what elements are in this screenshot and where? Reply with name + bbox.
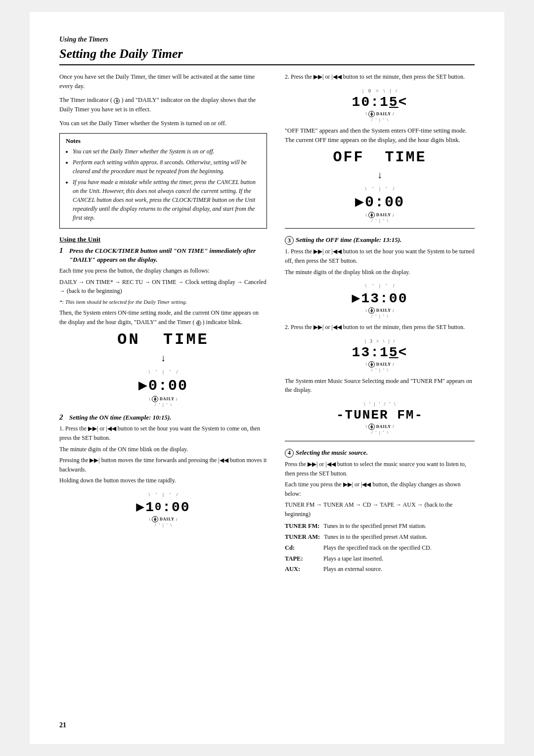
step-1-body1: Each time you press the button, the disp… [59,266,267,276]
step-2: 2 Setting the ON time (Example: 10:15). … [59,413,267,527]
step-1-num: 1 [59,246,67,255]
step-4-sequence: TUNER FM → TUNER AM → CD → TAPE → AUX → … [285,500,475,519]
page-title: Setting the Daily Timer [59,47,475,65]
step-2-body: 1. Press the ▶▶| or |◀◀ button to set th… [59,424,267,485]
def-tape: TAPE: Plays a tape last inserted. [285,554,475,564]
step-2-num: 2 [59,413,67,422]
arrow-down-1: ↓ [59,353,267,363]
def-cd-desc: Plays the specified track on the specifi… [323,543,475,553]
divider-1 [285,228,475,229]
intro-p1: Once you have set the Daily Timer, the t… [59,72,267,92]
step-2-sub1c: Pressing the ▶▶| button moves the time f… [59,456,267,474]
step-3-header: 3 Setting the OFF time (Example: 13:15). [285,236,475,245]
note-3: If you have made a mistake while setting… [73,178,261,222]
def-tuner-fm-term: TUNER FM: [285,521,319,531]
def-aux-term: AUX: [285,565,319,574]
step-3-num: 3 [285,236,294,245]
step-3: 3 Setting the OFF time (Example: 13:15).… [285,236,475,435]
step-4-body2: Each time you press the ▶▶| or |◀◀ butto… [285,480,475,498]
note-1: You can set the Daily Timer whether the … [73,147,261,156]
on-time-display-label: ON TIME [59,331,267,349]
def-aux: AUX: Plays an external source. [285,565,475,574]
arrow-down-2: ↓ [285,170,475,180]
step2-1015-display: |0>\|/ 10:15< \ ϕ DAILY / /'|'\ [285,86,475,122]
step-3-sub2-body: 2. Press the ▶▶| or |◀◀ button to set th… [285,323,475,332]
step-2-sub1b: The minute digits of the ON time blink o… [59,445,267,454]
step-1-body2: Then, the System enters ON-time setting … [59,308,267,327]
step-1-text: Press the CLOCK/TIMER button until "ON T… [69,246,267,264]
notes-list: You can set the Daily Timer whether the … [66,147,261,222]
def-tuner-fm: TUNER FM: Tunes in to the specified pres… [285,521,475,531]
step3-1300-display: \'|'/ ▶13:00 \ ϕ DAILY / /'|'\ [285,281,475,319]
def-tape-desc: Plays a tape last inserted. [323,554,475,564]
section-label: Using the Timers [59,36,475,44]
def-tuner-am-desc: Tunes in to the specified preset AM stat… [324,532,475,542]
right-column: 2. Press the ▶▶| or |◀◀ button to set th… [285,72,475,580]
step-2-text: Setting the ON time (Example: 10:15). [69,413,267,422]
step-1: 1 Press the CLOCK/TIMER button until "ON… [59,246,267,407]
def-tuner-fm-desc: Tunes in to the specified preset FM stat… [323,521,475,531]
step-3-sub2b: The System enter Music Source Selecting … [285,377,475,395]
def-tuner-am-term: TUNER AM: [285,532,320,542]
step-3-text: Setting the OFF time (Example: 13:15). [296,236,475,244]
step-1-footnote: *: This item should be selected for the … [59,298,267,306]
def-cd: Cd: Plays the specified track on the spe… [285,543,475,553]
left-column: Once you have set the Daily Timer, the t… [59,72,267,580]
step-1-header: 1 Press the CLOCK/TIMER button until "ON… [59,246,267,264]
intro-p2: The Timer indicator ( ϕ ) and "DAILY" in… [59,95,267,115]
step-1-body: Each time you press the button, the disp… [59,266,267,327]
using-unit-label: Using the Unit [59,236,267,243]
divider-2 [285,441,475,441]
page-number: 21 [59,721,66,729]
def-tuner-am: TUNER AM: Tunes in to the specified pres… [285,532,475,542]
step3-1315-display: |3>\|/ 13:15< \ ϕ DAILY / /'|'\ [285,336,475,373]
step-4: 4 Selecting the music source. Press the … [285,448,475,574]
page: Using the Timers Setting the Daily Timer… [30,12,504,744]
step2-right-body: 2. Press the ▶▶| or |◀◀ button to set th… [285,72,475,82]
step-2-header: 2 Setting the ON time (Example: 10:15). [59,413,267,422]
off-time-display-label: OFF TIME [285,149,475,166]
step-1-sequence: DAILY → ON TIME* → REC TU → ON TIME → Cl… [59,278,267,296]
def-tape-term: TAPE: [285,554,319,564]
step-2-sub1d: Holding down the button moves the time r… [59,476,267,485]
notes-box: Notes You can set the Daily Timer whethe… [59,133,267,229]
def-aux-desc: Plays an external source. [323,565,475,574]
step-4-num: 4 [285,449,294,458]
step-2-sub1: 1. Press the ▶▶| or |◀◀ button to set th… [59,424,267,442]
step-3-body: 1. Press the ▶▶| or |◀◀ button to set th… [285,247,475,277]
note-2: Perform each setting within approx. 8 se… [73,158,261,176]
step-4-body: Press the ▶▶| or |◀◀ button to select th… [285,460,475,574]
notes-title: Notes [66,138,261,145]
on-time-clock-display: \'|'/ ▶0:00 \ ϕ DAILY / /'|'\ [59,367,267,407]
step2-sub2: 2. Press the ▶▶| or |◀◀ button to set th… [285,72,475,82]
off-time-clock-display: \'|'/ ▶0:00 \ ϕ DAILY / /'|'\ [285,184,475,223]
intro-p3: You can set the Daily Timer whether the … [59,119,267,128]
step-4-body1: Press the ▶▶| or |◀◀ button to select th… [285,460,475,478]
step-4-header: 4 Selecting the music source. [285,448,475,458]
def-cd-term: Cd: [285,543,319,553]
step-3-sub2: 2. Press the ▶▶| or |◀◀ button to set th… [285,323,475,332]
step-3-sub1b: The minute digits of the display blink o… [285,268,475,277]
step-3-sub1: 1. Press the ▶▶| or |◀◀ button to set th… [285,247,475,265]
step-4-definitions: TUNER FM: Tunes in to the specified pres… [285,521,475,574]
step-4-text: Selecting the music source. [296,448,475,457]
step2-sub2b: "OFF TIME" appears and then the System e… [285,126,475,145]
tuner-fm-display: \'|'/'\ -TUNER FM- \ ϕ DAILY / /'|'\ [285,399,475,435]
step2-clock-display-1: \'|'/ ▶10:00 \ ϕ DAILY / /'|'\ [59,489,267,527]
